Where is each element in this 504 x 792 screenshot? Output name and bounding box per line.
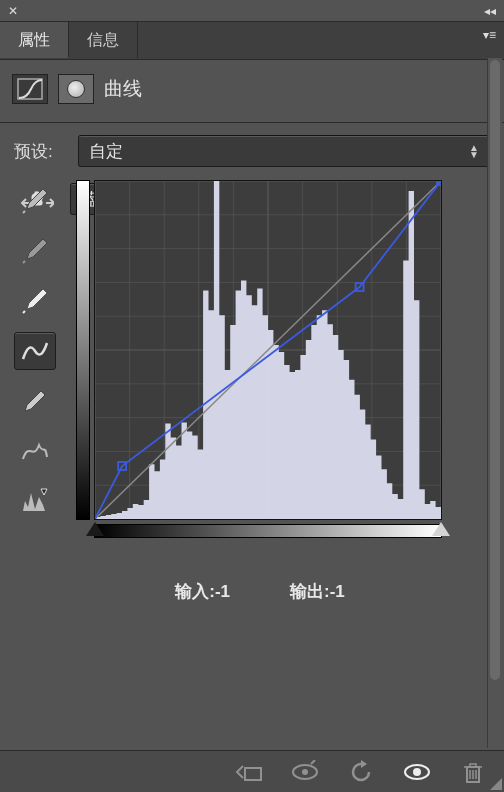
gray-point-eyedropper-icon[interactable] [14,232,56,270]
close-icon[interactable]: ✕ [8,4,18,18]
tab-bar: 属性 信息 ▾≡ [0,22,504,60]
black-point-eyedropper-icon[interactable] [14,182,56,220]
stepper-icon: ▲▼ [469,144,479,158]
clip-warning-icon[interactable] [14,482,56,520]
panel-menu-icon[interactable]: ▾≡ [483,28,496,42]
preset-label: 预设: [14,140,66,163]
svg-rect-27 [245,768,261,780]
divider [0,122,504,123]
tab-info[interactable]: 信息 [69,22,138,58]
input-gradient [94,524,442,538]
preset-value: 自定 [89,140,123,163]
edit-points-tool-icon[interactable] [14,332,56,370]
svg-point-29 [302,769,308,775]
output-readout: 输出:-1 [290,580,345,603]
input-readout: 输入:-1 [175,580,230,603]
white-point-slider[interactable] [432,522,450,536]
layer-mask-icon[interactable] [58,74,94,104]
resize-grip-icon[interactable] [488,776,502,790]
trash-icon[interactable] [456,759,490,785]
curves-adjustment-icon [12,74,48,104]
pencil-tool-icon[interactable] [14,382,56,420]
preset-select[interactable]: 自定 ▲▼ [78,135,490,167]
io-readout: 输入:-1 输出:-1 [76,580,444,603]
visibility-icon[interactable] [400,759,434,785]
white-point-eyedropper-icon[interactable] [14,282,56,320]
clip-to-layer-icon[interactable] [232,759,266,785]
svg-point-31 [413,768,421,776]
scrollbar-thumb[interactable] [490,60,500,680]
tab-properties[interactable]: 属性 [0,22,69,58]
tools-column [14,182,58,520]
black-point-slider[interactable] [86,522,104,536]
panel-title: 曲线 [104,76,142,102]
curves-chart[interactable] [94,180,442,520]
panel-header: ✕ ◂◂ [0,0,504,22]
preset-row: 预设: 自定 ▲▼ [14,135,490,167]
bottom-bar [0,750,504,792]
reset-icon[interactable] [344,759,378,785]
output-gradient [76,180,90,520]
scrollbar[interactable] [487,58,502,748]
collapse-icon[interactable]: ◂◂ [484,4,496,18]
smooth-curve-icon[interactable] [14,432,56,470]
view-previous-icon[interactable] [288,759,322,785]
title-bar: 曲线 [0,60,504,118]
